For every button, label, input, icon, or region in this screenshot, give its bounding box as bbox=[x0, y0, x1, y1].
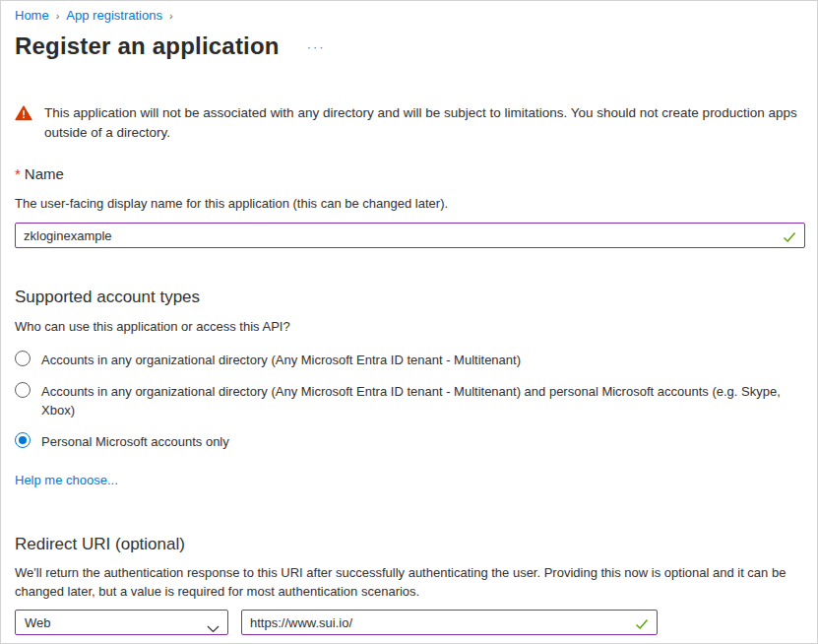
valid-checkmark-icon bbox=[635, 616, 649, 634]
platform-select-value: Web bbox=[25, 615, 51, 630]
platform-select-wrap: Web bbox=[15, 610, 228, 635]
required-asterisk: * bbox=[15, 165, 21, 182]
name-field-label-row: *Name bbox=[15, 165, 803, 182]
page-title: Register an application bbox=[15, 32, 280, 60]
radio-button-selected[interactable] bbox=[15, 432, 31, 448]
radio-option-multitenant-personal[interactable]: Accounts in any organizational directory… bbox=[15, 382, 803, 419]
radio-option-label: Personal Microsoft accounts only bbox=[41, 432, 229, 451]
redirect-uri-description: We'll return the authentication response… bbox=[15, 563, 802, 601]
breadcrumb-separator: › bbox=[169, 10, 173, 22]
radio-option-multitenant[interactable]: Accounts in any organizational directory… bbox=[15, 351, 803, 369]
platform-select[interactable]: Web bbox=[15, 610, 228, 635]
more-options-ellipsis-icon[interactable]: ··· bbox=[307, 39, 326, 54]
radio-option-personal-only[interactable]: Personal Microsoft accounts only bbox=[15, 432, 803, 451]
radio-button-unselected[interactable] bbox=[15, 382, 31, 398]
valid-checkmark-icon bbox=[783, 229, 796, 247]
help-me-choose-link[interactable]: Help me choose... bbox=[15, 473, 118, 487]
redirect-uri-row: Web bbox=[15, 610, 803, 635]
redirect-uri-input[interactable] bbox=[241, 610, 658, 635]
warning-banner: This application will not be associated … bbox=[15, 103, 802, 143]
name-field-description: The user-facing display name for this ap… bbox=[15, 196, 803, 211]
name-field-label: Name bbox=[25, 165, 64, 182]
register-application-page: Home › App registrations › Register an a… bbox=[0, 0, 818, 644]
warning-triangle-icon bbox=[15, 105, 32, 125]
radio-option-label: Accounts in any organizational directory… bbox=[41, 382, 782, 419]
name-input[interactable] bbox=[15, 223, 805, 248]
uri-input-wrap bbox=[241, 610, 658, 635]
supported-account-types-heading: Supported account types bbox=[15, 288, 803, 307]
breadcrumb: Home › App registrations › bbox=[15, 1, 803, 23]
radio-button-unselected[interactable] bbox=[15, 351, 31, 366]
warning-text: This application will not be associated … bbox=[44, 103, 802, 143]
breadcrumb-separator: › bbox=[56, 10, 60, 22]
account-types-question: Who can use this application or access t… bbox=[15, 319, 803, 334]
title-row: Register an application ··· bbox=[15, 32, 803, 60]
breadcrumb-app-registrations-link[interactable]: App registrations bbox=[66, 8, 162, 23]
account-types-radio-group: Accounts in any organizational directory… bbox=[15, 351, 803, 451]
redirect-uri-heading: Redirect URI (optional) bbox=[15, 535, 803, 554]
name-input-wrap bbox=[15, 223, 805, 248]
radio-option-label: Accounts in any organizational directory… bbox=[41, 351, 521, 369]
breadcrumb-home-link[interactable]: Home bbox=[15, 8, 49, 23]
